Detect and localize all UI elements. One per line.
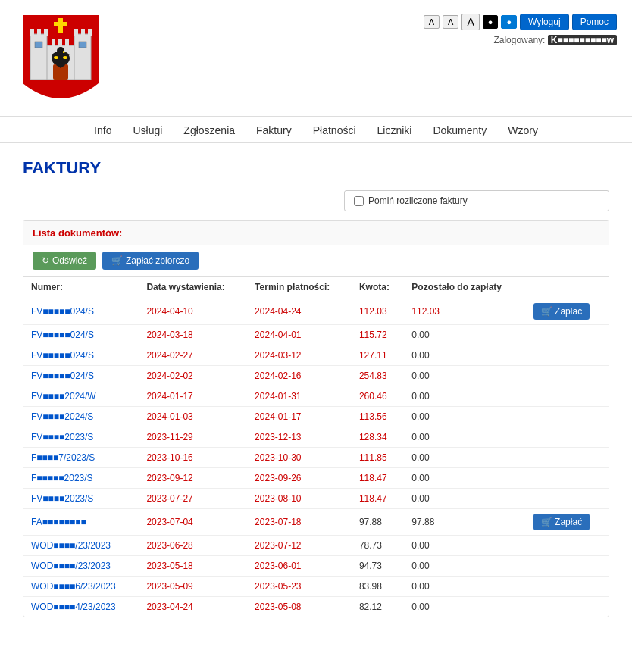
invoice-number[interactable]: FV■■■■2024/S: [23, 407, 139, 427]
nav-liczniki[interactable]: Liczniki: [377, 124, 412, 136]
invoice-amount: 97.88: [352, 509, 404, 536]
table-row: FV■■■■■024/S2024-02-022024-02-16254.830.…: [23, 366, 609, 386]
invoice-number[interactable]: WOD■■■■6/23/2023: [23, 577, 139, 597]
invoice-due-date: 2023-09-26: [247, 468, 352, 489]
invoice-amount: 127.11: [352, 345, 404, 366]
invoice-link[interactable]: FA■■■■■■■■: [31, 517, 86, 527]
invoice-link[interactable]: FV■■■■2024/S: [31, 411, 93, 422]
invoice-amount: 254.83: [352, 366, 404, 386]
invoice-link[interactable]: F■■■■7/2023/S: [31, 452, 95, 463]
col-numer: Numer:: [23, 277, 139, 298]
pay-bulk-button[interactable]: 🛒 Zapłać zbiorczo: [102, 252, 199, 270]
invoice-date: 2023-06-28: [139, 536, 247, 556]
invoice-action: [526, 468, 609, 489]
col-data: Data wystawienia:: [139, 277, 247, 298]
invoice-number[interactable]: FV■■■■■024/S: [23, 298, 139, 325]
top-right-panel: A A A ● ● Wyloguj Pomoc Zalogowany: K■■■…: [424, 8, 617, 45]
svg-rect-9: [52, 39, 55, 47]
invoice-remaining: 0.00: [404, 366, 525, 386]
invoice-link[interactable]: F■■■■■2023/S: [31, 473, 93, 483]
invoice-link[interactable]: WOD■■■■/23/2023: [31, 540, 111, 551]
invoice-number[interactable]: FV■■■■■024/S: [23, 345, 139, 366]
invoice-number[interactable]: WOD■■■■/23/2023: [23, 556, 139, 577]
invoice-date: 2023-05-09: [139, 577, 247, 597]
invoice-link[interactable]: FV■■■■2023/S: [31, 493, 93, 504]
invoice-action: [526, 325, 609, 345]
nav-dokumenty[interactable]: Dokumenty: [433, 124, 487, 136]
invoice-remaining: 0.00: [404, 556, 525, 577]
table-row: F■■■■7/2023/S2023-10-162023-10-30111.850…: [23, 448, 609, 468]
col-pozostalo: Pozostało do zapłaty: [404, 277, 525, 298]
svg-rect-16: [54, 22, 67, 26]
invoice-remaining: 0.00: [404, 325, 525, 345]
svg-rect-11: [65, 39, 69, 47]
invoice-link[interactable]: FV■■■■2024/W: [31, 391, 96, 402]
invoice-action: [526, 577, 609, 597]
help-button[interactable]: Pomoc: [572, 14, 617, 30]
col-termin: Termin płatności:: [247, 277, 352, 298]
invoices-table: Numer: Data wystawienia: Termin płatnośc…: [23, 277, 609, 617]
invoice-link[interactable]: FV■■■■■024/S: [31, 350, 94, 361]
skip-settled-checkbox[interactable]: [354, 196, 364, 206]
invoice-action: [526, 407, 609, 427]
font-large-button[interactable]: A: [461, 14, 479, 30]
nav-wzory[interactable]: Wzory: [508, 124, 538, 136]
contrast-button[interactable]: ●: [483, 15, 499, 29]
invoice-amount: 112.03: [352, 298, 404, 325]
invoice-due-date: 2024-01-31: [247, 386, 352, 407]
pay-invoice-button[interactable]: 🛒 Zapłać: [533, 514, 590, 530]
invoice-due-date: 2024-01-17: [247, 407, 352, 427]
table-row: WOD■■■■4/23/20232023-04-242023-05-0882.1…: [23, 597, 609, 617]
invoice-link[interactable]: FV■■■■■024/S: [31, 330, 94, 340]
invoice-number[interactable]: FV■■■■2024/W: [23, 386, 139, 407]
nav-uslugi[interactable]: Usługi: [133, 124, 162, 136]
invoice-remaining: 97.88: [404, 509, 525, 536]
invoice-remaining: 112.03: [404, 298, 525, 325]
invoice-number[interactable]: FV■■■■■024/S: [23, 366, 139, 386]
invoice-number[interactable]: FV■■■■2023/S: [23, 489, 139, 509]
invoice-link[interactable]: WOD■■■■6/23/2023: [31, 581, 116, 592]
invoice-number[interactable]: FA■■■■■■■■: [23, 509, 139, 536]
nav-info[interactable]: Info: [94, 124, 111, 136]
nav-platnosci[interactable]: Płatności: [313, 124, 356, 136]
svg-point-23: [54, 56, 58, 59]
invoice-link[interactable]: WOD■■■■4/23/2023: [31, 602, 116, 612]
invoice-action[interactable]: 🛒 Zapłać: [526, 298, 609, 325]
pay-invoice-button[interactable]: 🛒 Zapłać: [533, 303, 590, 320]
invoice-action[interactable]: 🛒 Zapłać: [526, 509, 609, 536]
invoice-amount: 83.98: [352, 577, 404, 597]
blue-mode-button[interactable]: ●: [501, 15, 517, 29]
refresh-button[interactable]: ↻ Odśwież: [33, 252, 96, 270]
invoice-due-date: 2024-02-16: [247, 366, 352, 386]
invoice-date: 2023-09-12: [139, 468, 247, 489]
invoice-link[interactable]: FV■■■■■024/S: [31, 306, 94, 317]
invoice-action: [526, 597, 609, 617]
document-section: Lista dokumentów: ↻ Odśwież 🛒 Zapłać zbi…: [23, 220, 609, 617]
nav-faktury[interactable]: Faktury: [256, 124, 292, 136]
invoice-remaining: 0.00: [404, 536, 525, 556]
invoice-amount: 115.72: [352, 325, 404, 345]
invoice-link[interactable]: FV■■■■■024/S: [31, 370, 94, 381]
invoice-number[interactable]: F■■■■■2023/S: [23, 468, 139, 489]
font-medium-button[interactable]: A: [443, 15, 458, 29]
invoice-amount: 128.34: [352, 427, 404, 448]
coat-of-arms-logo: [15, 8, 106, 114]
invoice-due-date: 2024-04-24: [247, 298, 352, 325]
nav-zgloszenia[interactable]: Zgłoszenia: [183, 124, 235, 136]
font-small-button[interactable]: A: [424, 15, 440, 29]
invoice-amount: 118.47: [352, 468, 404, 489]
invoice-number[interactable]: FV■■■■2023/S: [23, 427, 139, 448]
invoice-date: 2023-04-24: [139, 597, 247, 617]
invoice-number[interactable]: FV■■■■■024/S: [23, 325, 139, 345]
invoice-number[interactable]: WOD■■■■4/23/2023: [23, 597, 139, 617]
invoice-link[interactable]: FV■■■■2023/S: [31, 432, 93, 442]
table-row: F■■■■■2023/S2023-09-122023-09-26118.470.…: [23, 468, 609, 489]
logout-button[interactable]: Wyloguj: [520, 14, 569, 30]
invoice-date: 2024-03-18: [139, 325, 247, 345]
svg-rect-10: [58, 39, 62, 47]
invoice-due-date: 2023-05-23: [247, 577, 352, 597]
invoice-date: 2024-01-17: [139, 386, 247, 407]
invoice-link[interactable]: WOD■■■■/23/2023: [31, 561, 111, 571]
invoice-number[interactable]: WOD■■■■/23/2023: [23, 536, 139, 556]
invoice-number[interactable]: F■■■■7/2023/S: [23, 448, 139, 468]
